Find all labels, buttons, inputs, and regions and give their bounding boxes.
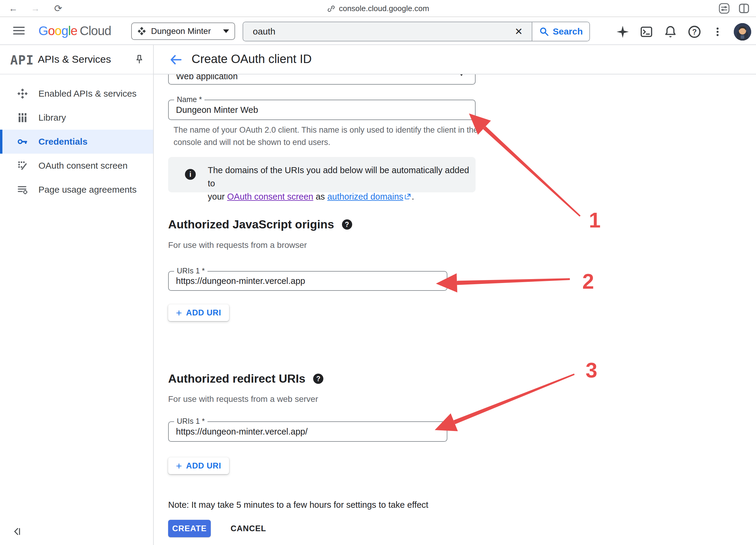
redirect-uri-value: https://dungeon-minter.vercel.app/: [176, 422, 307, 441]
info-line1: The domains of the URIs you add below wi…: [208, 164, 476, 190]
info-notice: i The domains of the URIs you add below …: [168, 157, 476, 192]
sidebar-item-page-usage[interactable]: Page usage agreements: [0, 178, 153, 202]
project-selector[interactable]: Dungeon Minter: [131, 23, 235, 40]
sidebar-item-enabled-apis[interactable]: Enabled APIs & services: [0, 82, 153, 106]
page-usage-icon: [17, 184, 28, 195]
google-cloud-console-page: ← → ⟳ console.cloud.google.com: [0, 0, 756, 545]
name-helper-text: The name of your OAuth 2.0 client. This …: [174, 124, 478, 149]
annotation-label-2: 2: [582, 270, 594, 293]
annotation-arrow-2: [457, 278, 570, 285]
origins-uri-field[interactable]: URIs 1 * https://dungeon-minter.vercel.a…: [168, 271, 447, 291]
add-uri-label: ADD URI: [186, 461, 221, 471]
origins-help-icon[interactable]: ?: [342, 220, 352, 230]
annotation-arrow-3: [453, 374, 575, 424]
annotation-arrow-1: [483, 126, 581, 217]
more-vert-icon[interactable]: [712, 25, 724, 39]
origins-section-heading: Authorized JavaScript origins ?: [168, 218, 352, 231]
external-link-icon: [404, 193, 412, 200]
search-input[interactable]: oauth ✕: [243, 22, 532, 41]
origins-add-uri-button[interactable]: + ADD URI: [168, 304, 229, 321]
redirect-uri-field[interactable]: URIs 1 * https://dungeon-minter.vercel.a…: [168, 421, 447, 442]
collapse-sidebar-icon[interactable]: [13, 526, 23, 537]
info-icon: i: [185, 169, 196, 180]
browser-split-view-icon[interactable]: [738, 2, 750, 14]
enabled-apis-icon: [17, 88, 28, 99]
back-arrow-icon[interactable]: [169, 53, 183, 67]
create-button[interactable]: CREATE: [168, 520, 211, 537]
avatar[interactable]: [734, 23, 751, 41]
name-field-value: Dungeon Minter Web: [176, 100, 258, 120]
sidebar-item-label: Page usage agreements: [38, 185, 137, 195]
sidebar-item-label: Credentials: [38, 137, 87, 147]
gemini-sparkle-icon[interactable]: [616, 25, 629, 38]
logo-letter: l: [68, 24, 71, 38]
project-icon: [137, 27, 146, 36]
redirect-subtext: For use with requests from a web server: [168, 394, 318, 404]
info-line2: your OAuth consent screen as authorized …: [208, 190, 476, 203]
menu-icon[interactable]: [13, 27, 25, 37]
cancel-button[interactable]: CANCEL: [225, 520, 272, 537]
svg-text:?: ?: [692, 28, 697, 36]
logo-cloud-text: Cloud: [80, 24, 111, 38]
annotation-label-3: 3: [586, 359, 597, 382]
help-icon[interactable]: ?: [688, 25, 701, 39]
console-search: oauth ✕ Search: [243, 22, 590, 41]
sidebar-header: API APIs & Services: [0, 45, 153, 74]
logo-letter: e: [71, 24, 77, 38]
key-icon: [17, 136, 28, 147]
logo-letter: o: [48, 24, 55, 38]
redirect-help-icon[interactable]: ?: [313, 374, 323, 384]
url-text: console.cloud.google.com: [339, 4, 429, 13]
client-name-field[interactable]: Name * Dungeon Minter Web: [168, 100, 476, 120]
sidebar-item-credentials[interactable]: Credentials: [0, 130, 153, 154]
sidebar-item-label: Library: [38, 113, 66, 123]
pin-icon[interactable]: [134, 54, 145, 65]
search-button-label: Search: [553, 26, 583, 37]
sidebar-item-label: OAuth consent screen: [38, 161, 128, 171]
notifications-bell-icon[interactable]: [664, 25, 677, 39]
sidebar-item-label: Enabled APIs & services: [38, 89, 137, 99]
content-header: Create OAuth client ID: [154, 45, 756, 74]
search-button[interactable]: Search: [532, 22, 589, 41]
browser-tune-icon[interactable]: [718, 2, 730, 14]
api-product-icon: API: [10, 53, 34, 68]
link-icon: [327, 5, 335, 13]
redirect-add-uri-button[interactable]: + ADD URI: [168, 457, 229, 474]
annotation-label-1: 1: [589, 209, 601, 232]
logo-letter: o: [55, 24, 61, 38]
oauth-consent-screen-link[interactable]: OAuth consent screen: [227, 192, 313, 201]
clear-search-icon[interactable]: ✕: [513, 26, 525, 37]
console-header: GoogleCloud Dungeon Minter oauth ✕: [0, 17, 756, 45]
plus-icon: +: [176, 461, 182, 471]
redirect-section-heading: Authorized redirect URIs ?: [168, 372, 323, 385]
plus-icon: +: [176, 307, 182, 318]
search-input-value: oauth: [253, 26, 513, 37]
browser-chrome: ← → ⟳ console.cloud.google.com: [0, 0, 756, 17]
project-name: Dungeon Minter: [151, 26, 218, 36]
sidebar: API APIs & Services Enabled APIs: [0, 45, 154, 545]
avatar-image: [734, 23, 751, 41]
address-bar[interactable]: console.cloud.google.com: [0, 0, 756, 17]
origins-subtext: For use with requests from a browser: [168, 241, 307, 250]
logo-letter: G: [38, 24, 48, 38]
sidebar-title: APIs & Services: [38, 53, 111, 65]
settings-note: Note: It may take 5 minutes to a few hou…: [168, 500, 428, 510]
sidebar-item-oauth-consent[interactable]: OAuth consent screen: [0, 154, 153, 178]
cloud-shell-icon[interactable]: [640, 25, 653, 39]
search-icon: [539, 26, 549, 37]
origins-uri-value: https://dungeon-minter.vercel.app: [176, 272, 305, 290]
chevron-down-icon: [223, 29, 229, 33]
page-title: Create OAuth client ID: [192, 52, 312, 66]
library-icon: [17, 112, 28, 123]
authorized-domains-link[interactable]: authorized domains: [327, 192, 403, 201]
google-cloud-logo[interactable]: GoogleCloud: [38, 24, 111, 38]
add-uri-label: ADD URI: [186, 308, 221, 317]
logo-letter: g: [61, 24, 68, 38]
sidebar-item-library[interactable]: Library: [0, 106, 153, 130]
oauth-consent-icon: [17, 160, 28, 171]
